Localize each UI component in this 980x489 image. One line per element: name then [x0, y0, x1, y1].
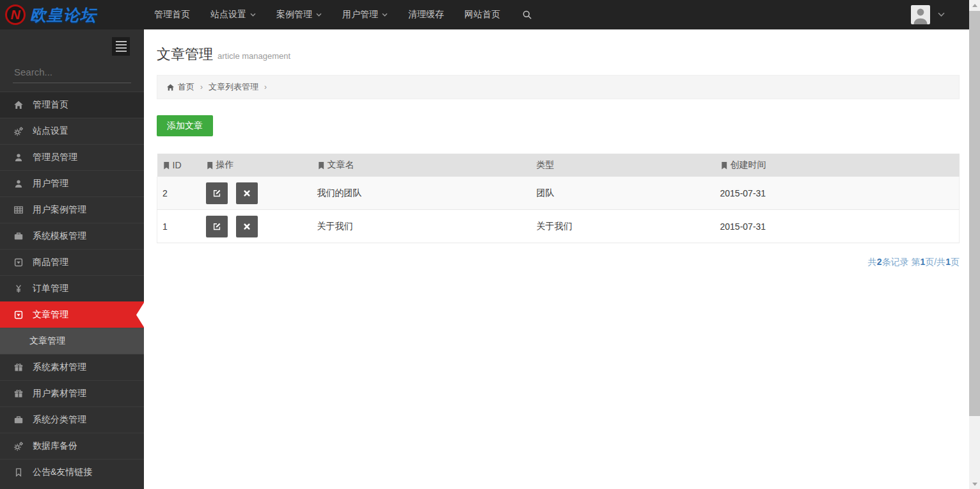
sidebar-item-article-management[interactable]: 文章管理	[0, 301, 144, 328]
breadcrumb-home-label: 首页	[178, 81, 194, 93]
nav-item-site-home[interactable]: 网站首页	[454, 0, 510, 29]
sidebar-item-site-settings[interactable]: 站点设置	[0, 118, 144, 144]
bookmark-icon	[162, 161, 170, 170]
column-header-id: ID	[157, 154, 201, 177]
scrollbar-thumb[interactable]	[969, 11, 980, 416]
delete-button[interactable]	[236, 182, 258, 204]
sidebar-item-admin-management[interactable]: 管理员管理	[0, 144, 144, 170]
sidebar: 管理首页 站点设置 管理员管理 用户管理	[0, 29, 144, 489]
pagination-summary: 共2条记录 第1页/共1页	[157, 257, 960, 268]
nav-item-label: 网站首页	[464, 9, 500, 20]
avatar[interactable]	[911, 5, 930, 24]
brand-logo[interactable]: N 欧皇论坛	[0, 0, 144, 29]
nav-item-admin-home[interactable]: 管理首页	[144, 0, 200, 29]
sidebar-item-label: 文章管理	[33, 309, 68, 321]
edit-button[interactable]	[206, 182, 228, 204]
sidebar-item-label: 公告&友情链接	[33, 467, 92, 478]
total-pages: 1	[945, 257, 951, 267]
edit-button[interactable]	[206, 216, 228, 237]
breadcrumb-current-label: 文章列表管理	[209, 81, 258, 93]
sidebar-item-product-management[interactable]: 商品管理	[0, 249, 144, 275]
article-icon	[13, 310, 24, 320]
chevron-down-icon	[250, 13, 256, 17]
close-icon	[242, 189, 251, 198]
sidebar-item-label: 数据库备份	[33, 440, 77, 452]
page-head: 文章管理 article management	[157, 45, 960, 64]
nav-item-label: 清理缓存	[408, 9, 444, 20]
sidebar-item-system-template-management[interactable]: 系统模板管理	[0, 223, 144, 249]
table-row: 1 关于我们 关于我们 2015-	[157, 210, 960, 243]
sidebar-item-label: 商品管理	[33, 257, 68, 268]
add-article-button[interactable]: 添加文章	[157, 115, 213, 136]
sidebar-item-label: 系统模板管理	[33, 230, 86, 242]
page-title: 文章管理	[157, 45, 213, 64]
nav-item-label: 站点设置	[210, 9, 246, 20]
sidebar-item-user-management[interactable]: 用户管理	[0, 170, 144, 196]
sidebar-item-user-material-management[interactable]: 用户素材管理	[0, 380, 144, 406]
nav-search-button[interactable]	[510, 0, 544, 29]
sidebar-subitem-article-management[interactable]: 文章管理	[0, 328, 144, 354]
record-count: 2	[877, 257, 882, 267]
briefcase-icon	[13, 231, 24, 241]
page-subtitle: article management	[217, 51, 290, 61]
nav-item-clear-cache[interactable]: 清理缓存	[398, 0, 454, 29]
top-navbar: N 欧皇论坛 管理首页 站点设置 案例管理 用户管理 清理缓存 网站首页	[0, 0, 969, 29]
bookmark-icon	[206, 161, 214, 170]
sidebar-item-label: 系统分类管理	[33, 414, 86, 426]
cell-id: 2	[157, 177, 201, 210]
sidebar-item-label: 系统素材管理	[33, 362, 86, 373]
sidebar-item-system-category-management[interactable]: 系统分类管理	[0, 406, 144, 433]
nav-item-site-settings[interactable]: 站点设置	[200, 0, 266, 29]
nav-item-label: 案例管理	[276, 9, 312, 20]
sidebar-toggle-button[interactable]	[112, 37, 130, 56]
cell-actions	[201, 210, 312, 243]
table-row: 2 我们的团队 团队 2015-0	[157, 177, 960, 210]
bookmark-icon	[720, 161, 728, 170]
scrollbar-up-arrow[interactable]	[969, 0, 980, 10]
top-nav-menu: 管理首页 站点设置 案例管理 用户管理 清理缓存 网站首页	[144, 0, 544, 29]
table-icon	[13, 205, 24, 215]
sidebar-item-database-backup[interactable]: 数据库备份	[0, 433, 144, 459]
sidebar-item-system-material-management[interactable]: 系统素材管理	[0, 354, 144, 380]
scrollbar-down-arrow[interactable]	[969, 479, 980, 489]
delete-button[interactable]	[236, 216, 258, 237]
sidebar-search-input[interactable]	[13, 66, 143, 78]
sidebar-item-label: 用户案例管理	[33, 204, 86, 216]
breadcrumb-separator: ›	[264, 83, 267, 92]
nav-item-label: 管理首页	[154, 9, 190, 20]
user-icon	[13, 152, 24, 163]
sidebar-item-label: 订单管理	[33, 283, 68, 294]
sidebar-item-admin-home[interactable]: 管理首页	[0, 92, 144, 118]
column-header-created: 创建时间	[715, 154, 960, 177]
main-content: 文章管理 article management 首页 › 文章列表管理 › 添加…	[144, 29, 969, 489]
close-icon	[242, 222, 251, 231]
breadcrumb-current[interactable]: 文章列表管理	[209, 81, 258, 93]
sidebar-item-label: 文章管理	[29, 335, 65, 347]
chevron-down-icon	[316, 13, 322, 17]
vertical-scrollbar[interactable]	[969, 0, 980, 489]
nav-item-case-management[interactable]: 案例管理	[266, 0, 332, 29]
chevron-down-icon	[382, 13, 388, 17]
breadcrumb: 首页 › 文章列表管理 ›	[157, 75, 960, 99]
breadcrumb-home[interactable]: 首页	[166, 81, 194, 93]
person-icon	[911, 5, 930, 24]
gears-icon	[13, 126, 24, 136]
cell-type: 关于我们	[532, 210, 715, 243]
sidebar-item-announcement-links[interactable]: 公告&友情链接	[0, 459, 144, 485]
cell-created: 2015-07-31	[715, 210, 960, 243]
table-header-row: ID 操作 文章名 类型 创建时间	[157, 154, 960, 177]
sidebar-item-order-management[interactable]: 订单管理	[0, 275, 144, 301]
sidebar-search	[13, 61, 131, 83]
bookmark-icon	[317, 161, 325, 170]
column-header-name: 文章名	[312, 154, 532, 177]
chevron-down-icon[interactable]	[938, 12, 945, 17]
user-icon	[13, 179, 24, 189]
sidebar-item-user-case-management[interactable]: 用户案例管理	[0, 196, 144, 223]
nav-item-user-management[interactable]: 用户管理	[332, 0, 398, 29]
sidebar-menu: 管理首页 站点设置 管理员管理 用户管理	[0, 92, 144, 485]
cell-type: 团队	[532, 177, 715, 210]
bookmark-icon	[13, 467, 24, 477]
hamburger-icon	[116, 41, 127, 42]
sidebar-item-label: 站点设置	[33, 125, 68, 137]
cell-article-name: 我们的团队	[312, 177, 532, 210]
